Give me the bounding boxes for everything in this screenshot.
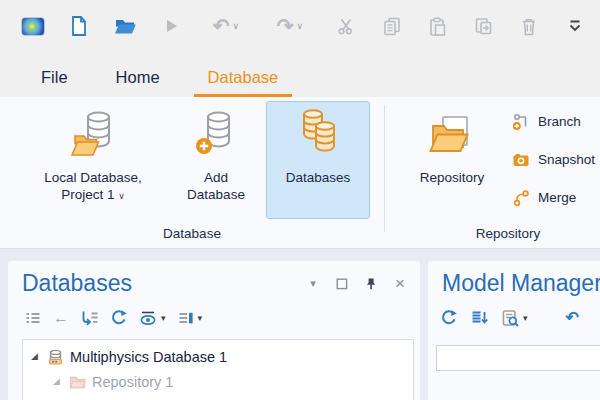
redo-icon: ↷ (277, 16, 294, 36)
local-database-icon (68, 110, 118, 158)
model-manager-search-input[interactable] (436, 345, 600, 371)
comsol-logo-icon (21, 17, 45, 36)
paste-button[interactable] (414, 6, 460, 46)
close-icon: × (395, 275, 405, 292)
back-arrow-icon: ← (53, 310, 69, 326)
customize-toolbar-button[interactable] (552, 6, 598, 46)
databases-label: Databases (286, 170, 351, 185)
add-database-label-line2: Database (187, 187, 245, 202)
tree-item-label: Repository 1 (92, 374, 173, 390)
dock-area: Databases ▾ × (0, 250, 600, 400)
float-icon (336, 278, 348, 290)
mm-undo-button[interactable]: ↶ (566, 310, 579, 326)
merge-button[interactable]: Merge (512, 186, 595, 209)
preview-dropdown-icon[interactable]: ▾ (523, 314, 528, 323)
redo-dropdown-icon[interactable]: ∨ (297, 22, 304, 31)
sort-icon (470, 309, 489, 327)
list-view-button[interactable] (24, 309, 42, 327)
snapshot-label: Snapshot (538, 152, 595, 167)
run-button[interactable] (148, 6, 194, 46)
eye-icon (139, 310, 158, 327)
cut-button[interactable] (322, 6, 368, 46)
copy-button[interactable] (368, 6, 414, 46)
local-database-label-line2: Project 1 (61, 187, 114, 202)
tab-database[interactable]: Database (193, 57, 294, 97)
databases-icon (292, 110, 344, 158)
snapshot-button[interactable]: Snapshot (512, 148, 595, 171)
refresh-button[interactable] (110, 309, 128, 327)
repository-small-buttons: Branch Snapshot Merge (512, 110, 595, 209)
chevron-down-icon: ▾ (310, 278, 316, 289)
delete-button[interactable] (506, 6, 552, 46)
go-to-node-button[interactable] (80, 309, 99, 327)
paste-icon (427, 16, 448, 37)
mm-preview-button[interactable]: ▾ (501, 309, 528, 328)
branch-button[interactable]: Branch (512, 110, 595, 133)
list-view-icon (24, 309, 42, 327)
add-database-button[interactable]: Add Database (172, 102, 260, 203)
new-file-button[interactable] (56, 6, 102, 46)
mm-sort-button[interactable] (470, 309, 489, 327)
tree-item-label: Multiphysics Database 1 (70, 349, 227, 365)
tab-file[interactable]: File (26, 57, 83, 97)
model-manager-panel-header: Model Manager (428, 261, 600, 297)
local-database-button[interactable]: Local Database, Project 1 ∨ (14, 102, 172, 203)
copy-icon (381, 16, 402, 37)
back-button[interactable]: ← (53, 310, 69, 326)
columns-dropdown-icon[interactable]: ▾ (198, 314, 203, 323)
databases-button[interactable]: Databases (266, 101, 370, 219)
panel-collapse-button[interactable]: ▾ (305, 276, 321, 292)
duplicate-button[interactable] (460, 6, 506, 46)
quick-access-toolbar: ↶ ∨ ↷ ∨ (0, 0, 600, 52)
redo-button[interactable]: ↷ ∨ (258, 6, 322, 46)
show-button[interactable]: ▾ (139, 310, 166, 327)
find-in-document-icon (501, 309, 520, 328)
panel-close-button[interactable]: × (392, 276, 408, 292)
tree-row-multiphysics-database[interactable]: ◢ Multiphysics Database 1 (23, 344, 413, 369)
branch-label: Branch (538, 114, 581, 129)
ribbon-tab-bar: File Home Database (0, 52, 600, 97)
scissors-icon (335, 16, 355, 36)
databases-panel-header: Databases ▾ × (8, 261, 420, 297)
repository-label: Repository (420, 170, 485, 185)
repository-button[interactable]: Repository (394, 102, 510, 186)
panel-float-button[interactable] (334, 276, 350, 292)
ribbon-group-label-repository: Repository (392, 226, 600, 241)
undo-dropdown-icon[interactable]: ∨ (233, 22, 240, 31)
databases-tree: ◢ Multiphysics Database 1 ◢ Repository (22, 339, 414, 400)
add-database-icon (193, 110, 239, 158)
pin-icon (364, 277, 378, 291)
add-database-label-line1: Add (204, 170, 228, 185)
ribbon-group-database: Local Database, Project 1 ∨ Add Database (0, 97, 384, 248)
tree-row-repository[interactable]: ◢ Repository 1 (23, 369, 413, 394)
mm-refresh-button[interactable] (440, 309, 458, 327)
show-dropdown-icon[interactable]: ▾ (161, 314, 166, 323)
snapshot-icon (512, 151, 530, 169)
local-database-label-line1: Local Database, (44, 170, 142, 185)
panel-pin-button[interactable] (363, 276, 379, 292)
model-manager-panel: Model Manager (428, 261, 600, 400)
new-file-icon (69, 15, 89, 37)
undo-icon: ↶ (566, 310, 579, 326)
merge-label: Merge (538, 190, 576, 205)
ribbon-group-repository: Repository Branch Sna (392, 97, 600, 248)
tab-home[interactable]: Home (101, 57, 175, 97)
expander-icon[interactable]: ◢ (31, 352, 41, 361)
columns-button[interactable]: ▾ (177, 310, 203, 327)
app-menu-button[interactable] (10, 6, 56, 46)
branch-icon (512, 113, 530, 131)
expander-icon[interactable]: ◢ (53, 377, 63, 386)
trash-icon (519, 16, 539, 37)
model-manager-panel-title: Model Manager (442, 270, 600, 297)
undo-button[interactable]: ↶ ∨ (194, 6, 258, 46)
play-icon (162, 17, 180, 35)
repository-folder-icon (69, 374, 86, 389)
open-file-button[interactable] (102, 6, 148, 46)
chevron-down-icon: ∨ (118, 191, 125, 201)
model-manager-toolbar: ▾ ↶ (428, 297, 600, 329)
databases-panel: Databases ▾ × (8, 261, 420, 400)
refresh-icon (110, 309, 128, 327)
go-to-node-icon (80, 309, 99, 327)
databases-panel-controls: ▾ × (305, 276, 408, 292)
ribbon-group-separator (384, 105, 385, 232)
